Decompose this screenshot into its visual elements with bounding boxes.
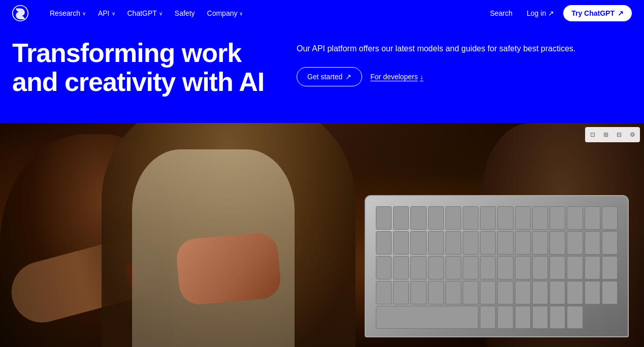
main-nav: Research ∨ API ∨ ChatGPT ∨ Safety Compan… — [0, 0, 644, 26]
hero-right: Our API platform offers our latest model… — [297, 39, 632, 109]
hero-title: Transforming work and creativity with AI — [12, 39, 276, 97]
nav-research[interactable]: Research ∨ — [45, 6, 91, 20]
nav-company-chevron: ∨ — [239, 11, 243, 16]
login-label: Log in — [527, 9, 546, 17]
toolbar-settings-btn[interactable]: ⚙ — [627, 129, 638, 140]
nav-research-label: Research — [50, 9, 80, 17]
login-arrow-icon: ↗ — [548, 9, 554, 17]
openai-logo-icon — [12, 5, 28, 21]
nav-chatgpt-chevron: ∨ — [159, 11, 163, 16]
nav-safety-label: Safety — [175, 9, 195, 17]
get-started-arrow-icon: ↗ — [345, 73, 351, 81]
get-started-label: Get started — [307, 73, 342, 81]
laptop-keyboard — [376, 206, 618, 329]
nav-right: Search Log in ↗ Try ChatGPT ↗ — [485, 5, 632, 21]
nav-safety[interactable]: Safety — [170, 6, 200, 20]
nav-company[interactable]: Company ∨ — [202, 6, 248, 20]
try-chatgpt-arrow-icon: ↗ — [618, 9, 624, 17]
for-devs-arrow-icon: ↓ — [420, 73, 424, 81]
nav-research-chevron: ∨ — [82, 11, 86, 16]
try-chatgpt-label: Try ChatGPT — [571, 9, 615, 17]
nav-api-label: API — [98, 9, 110, 17]
toolbar-btn-3[interactable]: ⊟ — [614, 129, 625, 140]
hero-description: Our API platform offers our latest model… — [297, 43, 581, 55]
hero-left: Transforming work and creativity with AI — [12, 39, 276, 109]
hero-buttons: Get started ↗ For developers ↓ — [297, 67, 632, 86]
nav-chatgpt-label: ChatGPT — [127, 9, 157, 17]
nav-api-chevron: ∨ — [112, 11, 115, 16]
toolbar-btn-2[interactable]: ⊞ — [600, 129, 611, 140]
image-toolbar: ⊡ ⊞ ⊟ ⚙ — [585, 127, 640, 142]
hero-section: Transforming work and creativity with AI… — [0, 26, 644, 123]
nav-chatgpt[interactable]: ChatGPT ∨ — [122, 6, 168, 20]
hero-image-section: 🧭 — [0, 123, 644, 347]
for-developers-button[interactable]: For developers ↓ — [370, 73, 423, 81]
nav-links: Research ∨ API ∨ ChatGPT ∨ Safety Compan… — [45, 6, 485, 20]
toolbar-btn-1[interactable]: ⊡ — [587, 129, 598, 140]
hands-center-shape — [175, 232, 282, 306]
nav-company-label: Company — [207, 9, 238, 17]
login-button[interactable]: Log in ↗ — [522, 6, 559, 20]
search-button[interactable]: Search — [485, 6, 518, 20]
photo-background: 🧭 — [0, 123, 644, 347]
try-chatgpt-button[interactable]: Try ChatGPT ↗ — [563, 5, 632, 21]
logo-link[interactable] — [12, 5, 28, 21]
get-started-button[interactable]: Get started ↗ — [297, 67, 362, 86]
for-devs-label: For developers — [370, 73, 417, 81]
nav-api[interactable]: API ∨ — [93, 6, 120, 20]
hero-image: 🧭 — [0, 123, 644, 347]
laptop-shape — [365, 195, 629, 337]
